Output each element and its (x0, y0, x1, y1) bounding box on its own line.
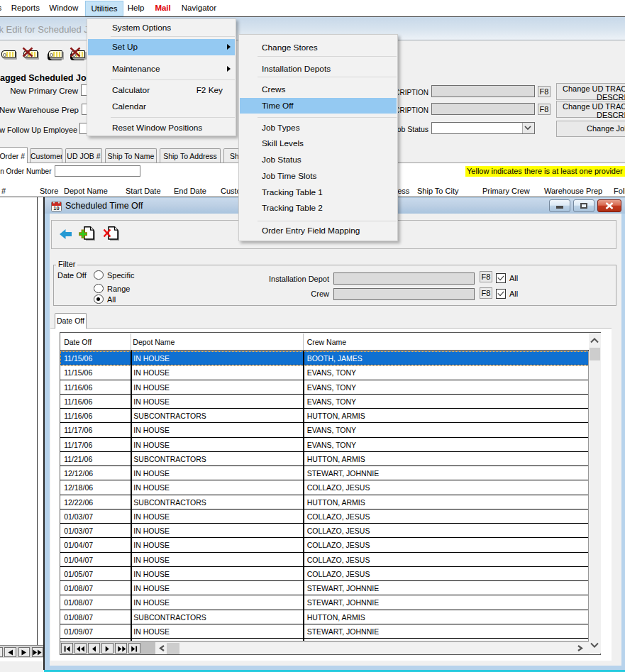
svg-text:10: 10 (53, 205, 59, 211)
